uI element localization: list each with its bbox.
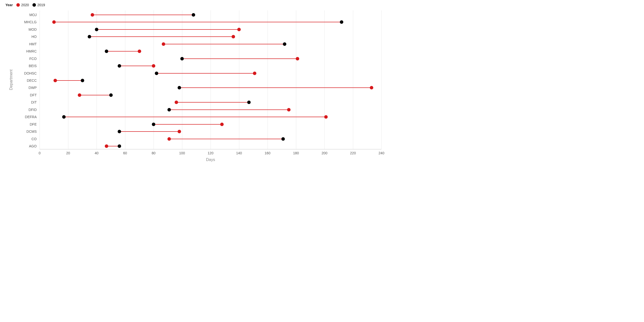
x-tick-label: 100 xyxy=(179,151,185,155)
connector-bar xyxy=(156,73,255,74)
x-tick-label: 200 xyxy=(322,151,327,155)
dot-2020 xyxy=(253,72,256,75)
y-tick-label: DIT xyxy=(31,100,37,104)
dot-2020 xyxy=(232,35,235,38)
legend-title: Year xyxy=(6,3,13,7)
x-tick-label: 0 xyxy=(39,151,40,155)
y-tick-label: DECC xyxy=(27,78,37,82)
dot-2019 xyxy=(81,79,84,82)
x-tick-label: 60 xyxy=(123,151,127,155)
dot-2019 xyxy=(282,137,285,141)
grid-line xyxy=(182,10,182,149)
grid-line xyxy=(125,10,125,149)
dot-2019 xyxy=(105,50,108,53)
legend-item-2019: 2019 xyxy=(32,3,45,7)
dot-2019 xyxy=(118,130,121,133)
dot-2019 xyxy=(192,13,195,16)
legend: Year 2020 2019 xyxy=(6,3,382,7)
grid-line xyxy=(210,10,211,149)
legend-swatch-2020 xyxy=(16,3,20,7)
dot-2020 xyxy=(168,137,171,141)
connector-bar xyxy=(169,110,289,110)
connector-bar xyxy=(176,102,249,102)
dot-2019 xyxy=(168,108,171,112)
dot-2020 xyxy=(370,86,373,90)
connector-bar xyxy=(64,117,326,117)
dot-2019 xyxy=(155,72,158,75)
connector-bar xyxy=(55,80,82,81)
chart-plot-area: Department Days 020406080100120140160180… xyxy=(40,10,382,149)
grid-line xyxy=(239,10,239,149)
grid-line xyxy=(382,10,382,149)
dot-2020 xyxy=(52,20,56,24)
y-tick-label: DFT xyxy=(30,93,37,97)
connector-bar xyxy=(120,66,154,66)
dot-2020 xyxy=(54,79,57,82)
dot-2020 xyxy=(138,50,141,53)
grid-line xyxy=(40,10,40,149)
grid-line xyxy=(324,10,325,149)
connector-bar xyxy=(164,44,284,44)
dot-2019 xyxy=(180,57,184,60)
y-tick-label: AGO xyxy=(29,144,37,148)
grid-line xyxy=(96,10,97,149)
x-tick-label: 80 xyxy=(152,151,156,155)
y-axis-title: Department xyxy=(9,69,14,90)
dot-2019 xyxy=(283,42,286,46)
connector-bar xyxy=(154,124,222,124)
dot-2020 xyxy=(105,144,108,148)
connector-bar xyxy=(90,36,233,37)
dot-2020 xyxy=(162,42,165,46)
y-tick-label: MOD xyxy=(28,28,37,32)
grid-line xyxy=(353,10,353,149)
y-tick-label: DCMS xyxy=(26,130,37,134)
dot-2020 xyxy=(287,108,290,112)
legend-label-2020: 2020 xyxy=(21,3,29,7)
y-tick-label: BEIS xyxy=(29,64,37,68)
connector-bar xyxy=(106,51,139,52)
dot-2020 xyxy=(324,115,328,119)
dot-2019 xyxy=(109,94,113,97)
dot-2020 xyxy=(174,100,178,104)
legend-label-2019: 2019 xyxy=(38,3,45,7)
grid-line xyxy=(268,10,268,149)
y-tick-label: CO xyxy=(32,137,37,141)
x-tick-label: 180 xyxy=(293,151,299,155)
dot-2020 xyxy=(237,28,241,31)
connector-bar xyxy=(169,139,283,139)
x-tick-label: 220 xyxy=(350,151,356,155)
dot-2020 xyxy=(296,57,299,60)
legend-swatch-2019 xyxy=(32,3,36,7)
y-tick-label: MHCLG xyxy=(24,20,37,24)
dot-2020 xyxy=(78,94,81,97)
dot-2019 xyxy=(340,20,343,24)
connector-bar xyxy=(179,88,372,88)
grid-line xyxy=(296,10,296,149)
y-tick-label: FCO xyxy=(29,57,37,61)
dot-2020 xyxy=(91,13,94,16)
y-tick-label: HMT xyxy=(29,42,37,46)
y-tick-label: DFE xyxy=(30,122,37,126)
dot-2019 xyxy=(95,28,98,31)
connector-bar xyxy=(182,58,298,59)
connector-bar xyxy=(80,95,111,95)
connector-bar xyxy=(96,29,239,30)
y-tick-label: DWP xyxy=(28,86,37,90)
x-tick-label: 120 xyxy=(208,151,213,155)
dot-2019 xyxy=(118,144,121,148)
grid-line xyxy=(154,10,154,149)
connector-bar xyxy=(54,22,342,22)
x-tick-label: 140 xyxy=(236,151,242,155)
connector-bar xyxy=(92,14,194,15)
dot-2020 xyxy=(178,130,181,133)
y-tick-label: DEFRA xyxy=(25,115,37,119)
y-tick-label: MOJ xyxy=(29,13,37,17)
x-tick-label: 20 xyxy=(66,151,70,155)
connector-bar xyxy=(120,131,179,132)
y-tick-label: HMRC xyxy=(26,49,37,53)
x-tick-label: 40 xyxy=(94,151,98,155)
dot-2019 xyxy=(178,86,181,90)
dot-2019 xyxy=(118,64,121,68)
dot-2019 xyxy=(88,35,91,38)
x-axis-title: Days xyxy=(206,158,215,162)
